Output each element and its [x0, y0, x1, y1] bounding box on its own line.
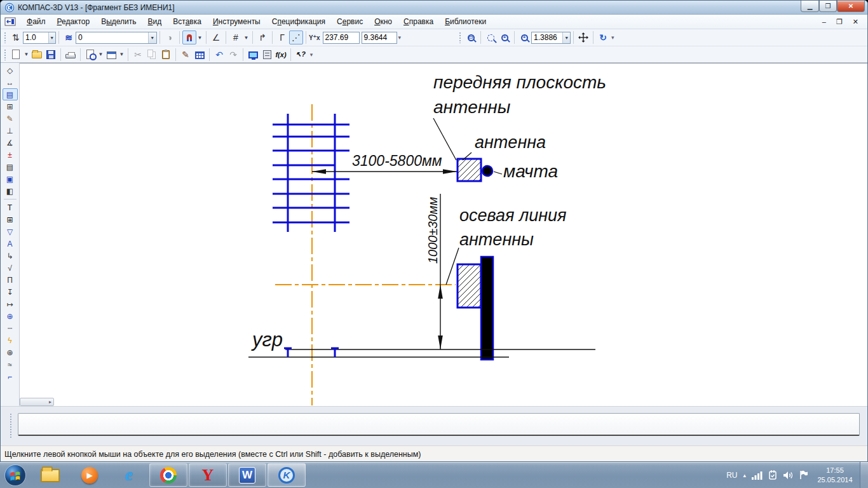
zoom-selection-icon[interactable]	[484, 30, 498, 44]
panel-mark-down-icon[interactable]: ↧	[3, 286, 18, 298]
network-signal-icon[interactable]	[752, 471, 763, 480]
variables-icon[interactable]	[246, 48, 260, 62]
undo-icon[interactable]: ↶	[212, 48, 226, 62]
label-mast[interactable]: мачта	[503, 161, 558, 181]
start-button[interactable]	[0, 462, 31, 488]
taskbar-explorer-icon[interactable]	[31, 462, 70, 488]
horizontal-scrollbar-stub[interactable]: ▸	[20, 398, 54, 406]
layer-settings-icon[interactable]: ◑	[163, 30, 177, 44]
panel-datum-icon[interactable]: A	[3, 238, 18, 250]
label-front-plane-2[interactable]: антенны	[433, 97, 511, 117]
print-preview-icon[interactable]	[83, 48, 97, 62]
chevron-down-icon[interactable]: ▼	[118, 48, 125, 62]
panel-selection-plus-minus-icon[interactable]: ±	[3, 149, 18, 161]
menu-спецификация[interactable]: Спецификация	[266, 15, 331, 28]
current-step-input[interactable]	[24, 33, 48, 42]
context-help-icon[interactable]: ↖?	[294, 48, 308, 62]
panel-editing-icon[interactable]: ✎	[3, 112, 18, 125]
cut-icon[interactable]: ✂	[131, 48, 145, 62]
copy-properties-icon[interactable]: ✎	[179, 48, 193, 62]
cursor-y-field[interactable]: 9.3644	[362, 32, 397, 44]
toolbar-overflow-icon[interactable]: ▾	[308, 48, 315, 62]
antenna-grid[interactable]	[273, 114, 349, 232]
panel-big-designations-icon[interactable]: ⊞	[3, 100, 18, 112]
ground-lines[interactable]	[248, 349, 595, 357]
child-close-button[interactable]: ✕	[853, 18, 858, 26]
chevron-down-icon[interactable]: ▼	[243, 30, 250, 44]
menu-выделить[interactable]: Выделить	[95, 15, 142, 28]
snap-magnet-icon[interactable]	[182, 30, 196, 44]
panel-hook-line-icon[interactable]: ⌐	[3, 370, 18, 383]
label-ugr[interactable]: угр	[251, 329, 283, 351]
chevron-down-icon[interactable]: ▼	[148, 32, 156, 43]
panel-specification-icon[interactable]: ▤	[3, 161, 18, 173]
fx-icon[interactable]: f(x)	[274, 48, 288, 62]
ortho-icon[interactable]: Γ	[275, 30, 289, 44]
label-axis-line-1[interactable]: осевая линия	[459, 206, 567, 225]
property-panel-drag-handle[interactable]	[10, 413, 13, 438]
zoom-in-icon[interactable]: +	[498, 30, 512, 44]
vertical-dimension[interactable]: 1000±30мм	[426, 194, 443, 349]
toolbar-drag-handle[interactable]	[4, 32, 7, 43]
toolbar-drag-handle[interactable]	[4, 49, 7, 60]
chevron-down-icon[interactable]: ▼	[48, 32, 55, 43]
grid-icon[interactable]: #	[229, 30, 243, 44]
taskbar-kompas-button[interactable]: K	[268, 463, 306, 487]
taskbar-media-player-icon[interactable]: ▶	[70, 462, 109, 488]
panel-view-frame-icon[interactable]: Π	[3, 274, 18, 286]
panel-lightning-icon[interactable]: ϟ	[3, 334, 18, 346]
drawing-canvas[interactable]: 3100-5800мм	[20, 63, 867, 406]
minimize-button[interactable]: ▁	[801, 1, 819, 12]
chevron-down-icon[interactable]: ▼	[562, 32, 570, 43]
antenna-section-side[interactable]	[458, 264, 481, 308]
child-minimize-button[interactable]: –	[822, 18, 826, 26]
show-desktop-button[interactable]	[860, 462, 868, 488]
open-document-icon[interactable]	[30, 48, 44, 62]
cursor-x-field[interactable]: 237.69	[323, 32, 360, 44]
object-styles-icon[interactable]	[193, 48, 207, 62]
panel-roughness-icon[interactable]: ▽	[3, 226, 18, 238]
toolbar-overflow-icon[interactable]: ▾	[398, 34, 402, 41]
property-bar[interactable]	[18, 413, 860, 436]
panel-table-icon[interactable]: ⊞	[3, 214, 18, 226]
toolbar-overflow-icon[interactable]: ▾	[611, 34, 614, 41]
zoom-frame-icon[interactable]: ▭	[464, 30, 478, 44]
zoom-input[interactable]	[532, 33, 562, 42]
refresh-view-icon[interactable]: ↻	[596, 30, 610, 44]
panel-wave-line-icon[interactable]: ≈	[3, 358, 18, 370]
zoom-scale-icon[interactable]: +	[517, 30, 531, 44]
taskbar-chrome-button[interactable]	[149, 463, 187, 487]
taskbar-yandex-button[interactable]: Y	[189, 463, 227, 487]
volume-icon[interactable]	[783, 471, 794, 480]
layers-icon[interactable]: ≋	[62, 30, 76, 44]
panel-centerline-icon[interactable]: ┄	[3, 322, 18, 334]
action-center-flag-icon[interactable]	[799, 470, 808, 480]
new-document-icon[interactable]	[9, 48, 23, 62]
menu-библиотеки[interactable]: Библиотеки	[439, 15, 492, 28]
mast-section-circle[interactable]	[482, 166, 492, 176]
mast-bar[interactable]	[481, 257, 493, 360]
child-restore-button[interactable]: ❐	[836, 18, 843, 26]
angle-snap-icon[interactable]: ∠	[209, 30, 223, 44]
menu-файл[interactable]: Файл	[21, 15, 51, 28]
current-step-icon[interactable]: ⇅	[9, 30, 23, 44]
save-document-icon[interactable]	[44, 48, 58, 62]
copy-icon[interactable]	[145, 48, 159, 62]
paste-icon[interactable]	[159, 48, 173, 62]
hidden-icons-icon[interactable]: ▴	[743, 472, 746, 478]
panel-measure-icon[interactable]: ∡	[3, 137, 18, 149]
menu-справка[interactable]: Справка	[398, 15, 439, 28]
panel-report-icon[interactable]: ▣	[3, 173, 18, 185]
taskbar-clock[interactable]: 17:55 25.05.2014	[814, 466, 856, 485]
layer-input[interactable]	[76, 33, 148, 42]
panel-insert-region-icon[interactable]: ◧	[3, 185, 18, 197]
panel-circle-axis-icon[interactable]: ⊕	[3, 310, 18, 322]
local-cs-icon[interactable]: ↱	[255, 30, 269, 44]
restore-button[interactable]: ❐	[819, 1, 837, 12]
panel-mark-right-icon[interactable]: ↦	[3, 298, 18, 310]
fragment-document-icon[interactable]	[4, 17, 16, 26]
menu-вставка[interactable]: Вставка	[167, 15, 207, 28]
pan-icon[interactable]	[576, 30, 590, 44]
menu-вид[interactable]: Вид	[142, 15, 168, 28]
taskbar-word-button[interactable]: W	[228, 463, 266, 487]
